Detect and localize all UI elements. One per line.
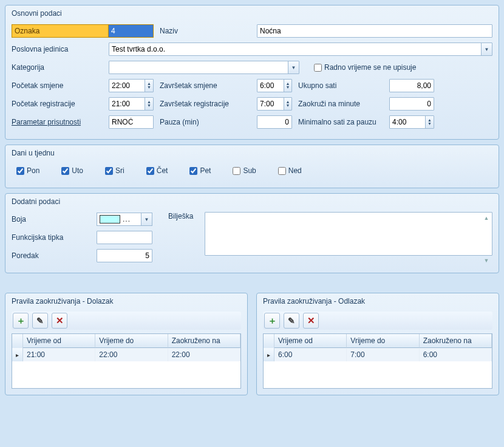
day-checkbox-pon[interactable]: Pon xyxy=(14,165,39,177)
color-swatch xyxy=(100,215,120,224)
grid-dolazak: Vrijeme od Vrijeme do Zaokruženo na ▸ 21… xyxy=(12,333,241,389)
zaokruzi-na-minute-input[interactable] xyxy=(389,97,434,111)
chevron-down-icon[interactable]: ▼ xyxy=(147,104,151,107)
radno-vrijeme-checkbox[interactable]: Radno vrijeme se ne upisuje xyxy=(312,62,416,73)
day-checkbox-sub[interactable]: Sub xyxy=(230,165,256,177)
chevron-up-icon[interactable]: ▲ xyxy=(482,214,491,222)
panel-pravila-odlazak: Pravila zaokruživanja - Odlazak ＋ ✎ ✕ Vr… xyxy=(256,293,499,395)
ukupno-sati-input[interactable] xyxy=(389,79,434,92)
poslovna-jedinica-input[interactable] xyxy=(109,44,481,55)
row-indicator-icon: ▸ xyxy=(264,348,274,361)
toolbar: ＋ ✎ ✕ xyxy=(12,312,241,330)
panel-osnovni-podaci: Osnovni podaci Oznaka 4 Naziv Poslovna j… xyxy=(5,5,499,140)
panel-title: Pravila zaokruživanja - Odlazak xyxy=(257,293,499,308)
biljeska-textarea[interactable] xyxy=(205,212,492,256)
pauza-input[interactable] xyxy=(257,115,292,129)
kategorija-label: Kategorija xyxy=(12,63,109,72)
parametar-prisutnosti-label[interactable]: Parametar prisutnosti xyxy=(12,118,109,126)
chevron-down-icon[interactable]: ▼ xyxy=(482,256,491,265)
ukupno-sati-label: Ukupno sati xyxy=(298,81,389,90)
panel-title: Dani u tjednu xyxy=(5,145,499,160)
zavrsetak-registracije-label: Završetak registracije xyxy=(154,100,257,108)
parametar-prisutnosti-input[interactable] xyxy=(109,115,154,129)
col-zaokruzeno-na[interactable]: Zaokruženo na xyxy=(168,334,240,348)
add-button[interactable]: ＋ xyxy=(13,313,29,329)
poslovna-jedinica-label: Poslovna jedinica xyxy=(12,45,109,53)
naziv-input[interactable] xyxy=(257,24,492,38)
zaokruzi-na-minute-label: Zaokruži na minute xyxy=(298,100,389,108)
panel-title: Pravila zaokruživanja - Dolazak xyxy=(5,293,247,308)
chevron-down-icon[interactable]: ▼ xyxy=(285,86,290,89)
table-row[interactable]: ▸ 21:00 22:00 22:00 xyxy=(12,348,240,361)
day-checkbox-uto[interactable]: Uto xyxy=(59,165,83,177)
table-row[interactable]: ▸ 6:00 7:00 6:00 xyxy=(264,348,492,361)
funkcijska-tipka-input[interactable] xyxy=(97,231,152,244)
chevron-down-icon[interactable]: ▼ xyxy=(481,43,492,55)
pocetak-registracije-label: Početak registracije xyxy=(12,100,109,108)
col-vrijeme-od[interactable]: Vrijeme od xyxy=(274,334,347,348)
edit-button[interactable]: ✎ xyxy=(284,313,299,329)
panel-pravila-dolazak: Pravila zaokruživanja - Dolazak ＋ ✎ ✕ Vr… xyxy=(5,293,248,395)
row-indicator-icon: ▸ xyxy=(12,348,23,361)
zavrsetak-registracije-spinner[interactable]: ▲▼ xyxy=(257,97,292,111)
add-button[interactable]: ＋ xyxy=(264,313,280,329)
poslovna-jedinica-combo[interactable]: ▼ xyxy=(109,43,492,56)
naziv-label: Naziv xyxy=(154,27,257,35)
delete-button[interactable]: ✕ xyxy=(52,313,67,329)
zavrsetak-smjene-label: Završetak smjene xyxy=(154,81,257,90)
pauza-label: Pauza (min) xyxy=(154,118,257,126)
day-checkbox-ned[interactable]: Ned xyxy=(276,165,302,177)
col-vrijeme-do[interactable]: Vrijeme do xyxy=(95,334,168,348)
kategorija-combo[interactable]: ▼ xyxy=(109,61,299,74)
boja-picker[interactable]: ... xyxy=(97,213,141,226)
pocetak-smjene-label: Početak smjene xyxy=(12,81,109,90)
edit-button[interactable]: ✎ xyxy=(32,313,48,329)
col-zaokruzeno-na[interactable]: Zaokruženo na xyxy=(420,334,492,348)
kategorija-input[interactable] xyxy=(109,62,288,73)
toolbar: ＋ ✎ ✕ xyxy=(263,312,492,330)
grid-odlazak: Vrijeme od Vrijeme do Zaokruženo na ▸ 6:… xyxy=(263,333,492,389)
panel-title: Osnovni podaci xyxy=(5,5,499,20)
pocetak-smjene-spinner[interactable]: ▲▼ xyxy=(109,79,154,92)
boja-label: Boja xyxy=(12,215,97,224)
day-checkbox-čet[interactable]: Čet xyxy=(144,165,168,177)
day-checkbox-pet[interactable]: Pet xyxy=(187,165,211,177)
panel-title: Dodatni podaci xyxy=(5,194,499,208)
biljeska-label: Bilješka xyxy=(168,212,205,267)
chevron-down-icon[interactable]: ▼ xyxy=(288,61,299,73)
chevron-down-icon[interactable]: ▼ xyxy=(147,86,151,89)
poredak-label: Poredak xyxy=(12,251,97,260)
panel-dodatni-podaci: Dodatni podaci Boja ... ▼ Funkcijska tip… xyxy=(5,193,499,273)
min-sati-pauza-spinner[interactable]: ▲▼ xyxy=(389,115,434,129)
chevron-down-icon[interactable]: ▼ xyxy=(285,104,290,107)
panel-dani-u-tjednu: Dani u tjednu PonUtoSriČetPetSubNed xyxy=(5,145,499,188)
chevron-down-icon[interactable]: ▼ xyxy=(427,122,432,126)
funkcijska-tipka-label: Funkcijska tipka xyxy=(12,233,97,242)
chevron-down-icon[interactable]: ▼ xyxy=(141,213,152,226)
min-sati-pauza-label: Minimalno sati za pauzu xyxy=(298,118,389,126)
day-checkbox-sri[interactable]: Sri xyxy=(103,165,124,177)
pocetak-registracije-spinner[interactable]: ▲▼ xyxy=(109,97,154,111)
oznaka-label: Oznaka xyxy=(12,24,109,38)
oznaka-input[interactable]: 4 xyxy=(109,24,154,38)
poredak-input[interactable] xyxy=(97,249,152,262)
zavrsetak-smjene-spinner[interactable]: ▲▼ xyxy=(257,79,292,92)
col-vrijeme-do[interactable]: Vrijeme do xyxy=(347,334,419,348)
col-vrijeme-od[interactable]: Vrijeme od xyxy=(23,334,95,348)
delete-button[interactable]: ✕ xyxy=(303,313,319,329)
